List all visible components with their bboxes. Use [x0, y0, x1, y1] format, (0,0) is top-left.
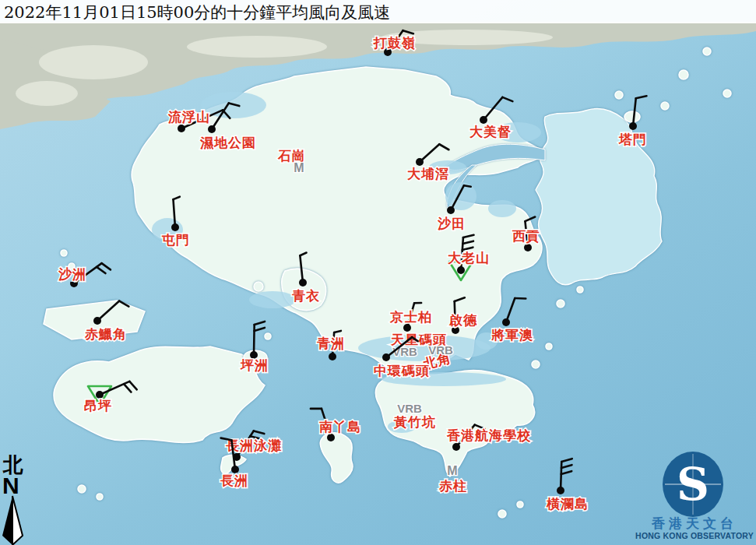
north-arrow-icon — [2, 496, 23, 545]
station-label: 將軍澳 — [491, 327, 533, 343]
missing-data-note: M — [447, 464, 457, 477]
station-label: 屯門 — [161, 232, 190, 248]
station-dot — [178, 125, 185, 132]
hko-logo-s-glyph: S — [677, 458, 709, 511]
station-dot — [382, 353, 390, 361]
hk-wind-map: 打鼓嶺流浮山濕地公園石崗M大美督塔門大埔滘沙田屯門沙洲西貢大老山青衣赤鱲角京士柏… — [0, 0, 756, 545]
wind-barb-tick-full — [254, 431, 265, 434]
compass-letter: N — [2, 473, 19, 498]
station-label: 橫瀾島 — [546, 496, 589, 512]
map-hongkong-land — [44, 47, 731, 518]
wind-barb-tick-full — [102, 263, 111, 269]
map-lantau-island — [54, 346, 265, 443]
station-dot — [447, 206, 455, 214]
station-dot — [416, 158, 424, 166]
station-sha-chau[interactable]: 沙洲 — [58, 263, 111, 287]
station-label: 昂坪 — [84, 398, 112, 413]
station-label: 大埔滘 — [407, 166, 449, 181]
station-label: 中環碼頭 — [374, 363, 430, 378]
station-green-island[interactable]: 青洲 — [317, 331, 345, 360]
station-label: 西貢 — [512, 228, 540, 244]
station-label: 青洲 — [317, 336, 345, 351]
station-dot — [93, 317, 101, 325]
station-label: 長洲 — [220, 473, 248, 488]
station-label: 打鼓嶺 — [373, 35, 416, 51]
missing-data-note: M — [294, 161, 304, 174]
station-dot — [457, 266, 465, 274]
station-label: 濕地公園 — [199, 135, 256, 150]
station-dot — [327, 434, 335, 441]
station-stanley[interactable]: 赤柱M — [438, 464, 467, 493]
station-label: 南丫島 — [319, 419, 361, 434]
wind-barb-shaft — [561, 462, 561, 490]
wind-barb-tick-full — [255, 328, 265, 331]
hko-logo-name-zh: 香港天文台 — [651, 515, 737, 531]
station-dot — [299, 279, 307, 287]
wind-barb-tick-full — [502, 97, 512, 101]
wind-barb-tick-full — [97, 267, 105, 273]
station-dot — [502, 318, 510, 326]
station-label: 黃竹坑 — [393, 414, 436, 430]
station-label: 坪洲 — [240, 357, 269, 373]
station-dot — [557, 487, 564, 494]
station-dot — [480, 116, 487, 124]
variable-wind-note: VRB — [428, 343, 453, 357]
station-dot — [524, 244, 532, 251]
station-label: 京士柏 — [389, 309, 432, 325]
station-waglan-island[interactable]: 橫瀾島 — [546, 459, 589, 511]
station-label: 赤柱 — [438, 478, 467, 494]
compass-north: 北 N — [2, 453, 23, 545]
wind-barb-tick-full — [561, 459, 571, 462]
station-dot — [208, 125, 216, 133]
station-dot — [403, 324, 411, 332]
station-dot — [452, 326, 459, 334]
wind-barb-tick-full — [561, 465, 571, 468]
station-label: 沙田 — [437, 216, 466, 231]
station-label: 大美督 — [469, 124, 512, 139]
wind-map-page: 打鼓嶺流浮山濕地公園石崗M大美督塔門大埔滘沙田屯門沙洲西貢大老山青衣赤鱲角京士柏… — [0, 0, 756, 545]
station-label: 沙洲 — [58, 266, 86, 282]
station-label: 大老山 — [448, 250, 490, 265]
station-dot — [171, 223, 179, 231]
wind-barb-tick-full — [255, 322, 265, 325]
station-dot — [629, 122, 637, 130]
station-label: 啟德 — [448, 312, 477, 328]
page-title: 2022年11月01日15時00分的十分鐘平均風向及風速 — [4, 3, 390, 22]
map-lamma-island — [320, 433, 353, 483]
station-hk-sea-school[interactable]: 香港航海學校 — [446, 425, 531, 451]
wind-barb-tick-half — [464, 185, 471, 187]
wind-barb-shaft — [254, 325, 255, 355]
station-peng-chau[interactable]: 坪洲 — [240, 322, 269, 373]
station-label: 流浮山 — [167, 109, 210, 125]
variable-wind-note: VRB — [397, 402, 422, 415]
hko-logo-name-en: HONG KONG OBSERVATORY — [635, 531, 754, 540]
station-label: 長洲泳灘 — [226, 438, 282, 453]
station-label: 赤鱲角 — [84, 326, 127, 342]
station-label: 青衣 — [292, 288, 320, 304]
title-bar: 2022年11月01日15時00分的十分鐘平均風向及風速 — [0, 0, 756, 23]
station-label: 塔門 — [618, 132, 647, 147]
hko-logo: S 香港天文台 HONG KONG OBSERVATORY — [635, 452, 754, 540]
wind-barb-tick-full — [561, 471, 571, 474]
wind-barb-tick-full — [636, 96, 647, 98]
station-label: 香港航海學校 — [446, 427, 531, 443]
variable-wind-note: VRB — [392, 345, 417, 358]
station-dot — [329, 353, 336, 360]
station-dot — [452, 443, 460, 451]
